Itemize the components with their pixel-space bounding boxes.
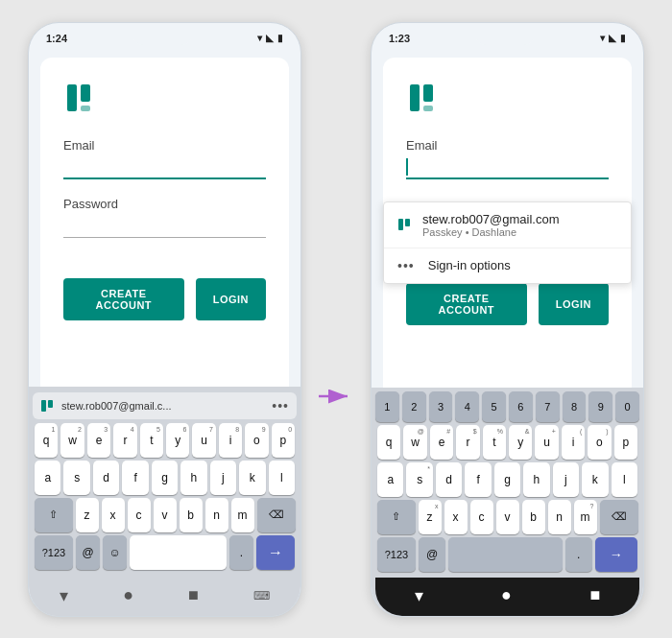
key-b[interactable]: b [180,498,203,532]
space-key-2[interactable] [448,537,563,572]
key-l[interactable]: l [269,461,295,495]
email-input-1[interactable] [63,156,266,179]
key-q2[interactable]: q [377,425,400,460]
enter-key-2[interactable]: → [595,537,637,572]
key-y[interactable]: y6 [166,423,189,458]
num-4[interactable]: 4 [455,391,479,422]
num-8[interactable]: 8 [563,391,587,422]
key-g2[interactable]: g [494,462,520,497]
key-w[interactable]: w2 [60,423,84,458]
key-e2[interactable]: e# [430,425,453,460]
key-k2[interactable]: k [582,462,608,497]
email-input-2[interactable] [406,156,609,179]
key-v[interactable]: v [154,498,177,532]
key-b2[interactable]: b [522,500,545,534]
key-w2[interactable]: w@ [403,425,426,460]
key-e[interactable]: e3 [87,423,110,458]
toolbar-dots-1[interactable]: ••• [272,398,289,414]
notch-1 [133,32,191,45]
num-9[interactable]: 9 [588,391,612,422]
battery-icon-2: ▮ [620,33,626,43]
num-key-2[interactable]: ?123 [377,537,416,572]
num-7[interactable]: 7 [536,391,560,422]
key-j[interactable]: j [210,461,236,495]
num-0[interactable]: 0 [615,391,639,422]
key-a2[interactable]: a [377,462,403,497]
key-c2[interactable]: c [470,500,493,534]
recent-nav-2[interactable]: ■ [589,585,600,605]
key-t[interactable]: t5 [140,423,163,458]
key-a[interactable]: a [35,461,60,495]
key-x2[interactable]: x [444,500,468,534]
key-v2[interactable]: v [496,500,519,534]
home-nav-1[interactable]: ● [123,585,133,605]
key-g[interactable]: g [152,461,178,495]
num-6[interactable]: 6 [509,391,533,422]
backspace-key-2[interactable]: ⌫ [600,500,638,534]
key-n[interactable]: n [205,498,228,532]
key-j2[interactable]: j [553,462,579,497]
key-h[interactable]: h [180,461,206,495]
key-z2[interactable]: zx [419,500,442,534]
key-y2[interactable]: y& [509,425,532,460]
home-nav-2[interactable]: ● [501,585,512,605]
create-account-button-2[interactable]: CREATE ACCOUNT [406,283,527,325]
emoji-key[interactable]: ☺ [103,535,127,570]
key-u2[interactable]: u+ [535,425,558,460]
recent-nav-1[interactable]: ■ [188,585,199,605]
key-d2[interactable]: d [436,462,462,497]
button-row-1: CREATE ACCOUNT LOGIN [63,278,266,320]
key-u[interactable]: u7 [192,423,215,458]
period-key[interactable]: . [229,535,253,570]
key-l2[interactable]: l [612,462,637,497]
email-label-1: Email [63,138,266,153]
key-q[interactable]: q1 [35,423,58,458]
key-row-q: q1 w2 e3 r4 t5 y6 u7 i8 o9 p0 [35,423,295,458]
key-z[interactable]: z [76,498,99,532]
num-1[interactable]: 1 [375,391,399,422]
key-r[interactable]: r4 [113,423,136,458]
key-o[interactable]: o9 [245,423,268,458]
key-m2[interactable]: m? [574,500,597,534]
key-m[interactable]: m [231,498,254,532]
at-key[interactable]: @ [76,535,100,570]
key-n2[interactable]: n [548,500,571,534]
enter-key[interactable]: → [256,535,295,570]
login-button-2[interactable]: LOGIN [539,283,609,325]
key-f[interactable]: f [122,461,148,495]
key-r2[interactable]: r$ [456,425,479,460]
back-nav-1[interactable]: ▾ [60,585,68,606]
space-key[interactable] [130,535,227,570]
key-s2[interactable]: s* [406,462,432,497]
num-key[interactable]: ?123 [35,535,73,570]
num-3[interactable]: 3 [429,391,453,422]
key-h2[interactable]: h [523,462,549,497]
key-s[interactable]: s [63,461,89,495]
autocomplete-signin-item[interactable]: ••• Sign-in options [384,248,631,283]
keyboard-toolbar-1[interactable]: stew.rob007@gmail.c... ••• [33,392,297,419]
key-k[interactable]: k [239,461,265,495]
key-p2[interactable]: p [614,425,637,460]
key-i2[interactable]: i( [562,425,585,460]
key-f2[interactable]: f [465,462,491,497]
login-button-1[interactable]: LOGIN [196,278,266,320]
num-5[interactable]: 5 [482,391,506,422]
at-key-2[interactable]: @ [419,537,445,572]
backspace-key[interactable]: ⌫ [257,498,296,532]
key-o2[interactable]: o) [588,425,611,460]
key-i[interactable]: i8 [219,423,242,458]
password-input-1[interactable] [63,215,266,238]
create-account-button-1[interactable]: CREATE ACCOUNT [63,278,184,320]
key-d[interactable]: d [93,461,119,495]
back-nav-2[interactable]: ▾ [415,585,423,606]
key-x[interactable]: x [102,498,125,532]
shift-key-2[interactable]: ⇧ [377,500,416,534]
key-p[interactable]: p0 [272,423,295,458]
period-key-2[interactable]: . [565,537,592,572]
autocomplete-passkey-item[interactable]: stew.rob007@gmail.com Passkey • Dashlane [384,202,631,248]
key-t2[interactable]: t% [483,425,506,460]
num-2[interactable]: 2 [402,391,426,422]
shift-key[interactable]: ⇧ [35,498,73,532]
key-c[interactable]: c [128,498,151,532]
keyboard-nav-1[interactable]: ⌨ [253,589,270,603]
